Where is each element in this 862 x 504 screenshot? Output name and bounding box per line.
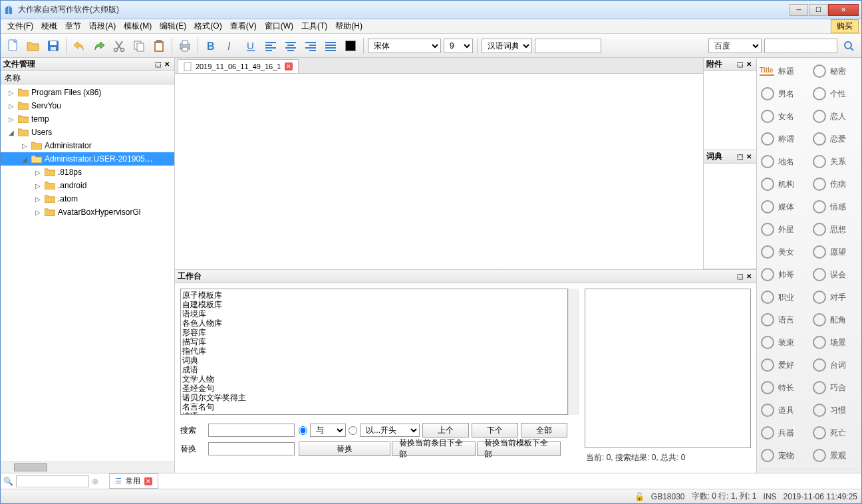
print-button[interactable]: [176, 37, 194, 55]
replace-input[interactable]: [208, 442, 295, 455]
sidebar-item-puzzle[interactable]: 巧合: [810, 377, 861, 398]
panel-close-icon[interactable]: ✕: [744, 152, 754, 162]
replace-template-button[interactable]: 替换当前模板下全部: [477, 441, 561, 456]
close-button[interactable]: ✕: [828, 4, 859, 16]
attach-panel-body[interactable]: [704, 71, 756, 150]
list-item[interactable]: 诺贝尔文学奖得主: [182, 393, 566, 402]
sidebar-item-sword[interactable]: 兵器: [758, 422, 809, 443]
maximize-button[interactable]: ☐: [809, 4, 827, 16]
sidebar-item-palette[interactable]: 个性: [810, 83, 861, 104]
sidebar-item-tag[interactable]: 称谓: [758, 128, 809, 150]
panel-close-icon[interactable]: ✕: [162, 60, 172, 69]
search-icon[interactable]: [840, 37, 857, 55]
sidebar-item-male[interactable]: 男名: [758, 83, 809, 104]
menu-template[interactable]: 模板(M): [120, 19, 156, 33]
tree-row[interactable]: ▷Administrator: [1, 139, 174, 152]
sidebar-item-hand[interactable]: 帅哥: [758, 264, 809, 285]
tree-row[interactable]: ▷.android: [1, 179, 174, 192]
menu-segment[interactable]: 语段(A): [85, 19, 120, 33]
minimize-button[interactable]: ─: [790, 4, 808, 16]
undo-button[interactable]: [71, 37, 88, 55]
menu-view[interactable]: 查看(V): [226, 19, 261, 33]
menu-edit[interactable]: 编辑(E): [156, 19, 190, 33]
sidebar-item-lock[interactable]: 秘密: [810, 61, 861, 82]
sidebar-item-book[interactable]: 台词: [810, 354, 861, 376]
sidebar-item-alien[interactable]: 外星: [758, 219, 809, 240]
align-center-button[interactable]: [282, 37, 299, 55]
list-item[interactable]: 自建模板库: [182, 300, 566, 309]
list-item[interactable]: 圣经金句: [182, 384, 566, 393]
bold-button[interactable]: B: [202, 37, 219, 55]
tab-close-icon[interactable]: ✕: [285, 63, 293, 70]
sidebar-item-org[interactable]: 机构: [758, 174, 809, 195]
startswith-select[interactable]: 以...开头: [360, 424, 420, 437]
sidebar-item-play[interactable]: 媒体: [758, 196, 809, 217]
pin-icon[interactable]: ⬚: [735, 152, 744, 162]
sidebar-item-view[interactable]: 景观: [810, 445, 861, 466]
list-item[interactable]: 描写库: [182, 337, 566, 346]
text-editor[interactable]: [175, 74, 703, 269]
and-radio[interactable]: [299, 426, 307, 435]
sidebar-item-support[interactable]: 配角: [810, 309, 861, 330]
sidebar-item-rival[interactable]: 对手: [810, 287, 861, 308]
and-select[interactable]: 与: [310, 424, 346, 437]
search-input[interactable]: [208, 424, 295, 437]
list-item[interactable]: 形容库: [182, 328, 566, 337]
menu-tools[interactable]: 工具(T): [297, 19, 331, 33]
tree-column-header[interactable]: 名称: [1, 71, 174, 84]
sidebar-item-cross[interactable]: 伤病: [810, 174, 861, 195]
sidebar-item-atom[interactable]: 思想: [810, 219, 861, 240]
new-doc-button[interactable]: [5, 37, 22, 55]
sidebar-item-hobby[interactable]: 爱好: [758, 354, 809, 376]
tree-row[interactable]: ◢Administrator.USER-201905…: [1, 152, 174, 166]
list-item[interactable]: 指代库: [182, 346, 566, 356]
save-button[interactable]: [45, 37, 62, 55]
tree-row[interactable]: ▷.818ps: [1, 166, 174, 179]
replace-button[interactable]: 替换: [299, 441, 390, 456]
list-item[interactable]: 成语: [182, 365, 566, 374]
sidebar-item-pet[interactable]: 宠物: [758, 445, 809, 466]
list-item[interactable]: 谚语: [182, 412, 566, 415]
search-engine-select[interactable]: 百度: [708, 39, 762, 53]
sidebar-item-emotion[interactable]: 情感: [810, 196, 861, 217]
mini-search-input[interactable]: [16, 475, 89, 487]
italic-button[interactable]: I: [222, 37, 239, 55]
cut-button[interactable]: [110, 37, 128, 55]
sidebar-item-cup[interactable]: 习惯: [810, 400, 861, 421]
sidebar-item-lang[interactable]: 语言: [758, 309, 809, 330]
dictionary-select[interactable]: 汉语词典: [482, 39, 532, 53]
panel-close-icon[interactable]: ✕: [744, 60, 754, 69]
font-family-select[interactable]: 宋体: [368, 39, 441, 53]
tree-row[interactable]: ◢Users: [1, 126, 174, 139]
tree-row[interactable]: ▷AvatarBoxHypervisorGl: [1, 205, 174, 219]
paste-button[interactable]: [150, 37, 168, 55]
pin-icon[interactable]: ⬚: [735, 60, 744, 69]
sidebar-item-ring[interactable]: 恋爱: [810, 128, 861, 150]
sidebar-item-miss[interactable]: 误会: [810, 264, 861, 285]
buy-button[interactable]: 购买: [831, 19, 859, 33]
replace-entry-button[interactable]: 替换当前条目下全部: [392, 441, 476, 456]
sidebar-item-cloth[interactable]: 装束: [758, 332, 809, 353]
list-v-scrollbar[interactable]: [568, 289, 579, 415]
list-item[interactable]: 语境库: [182, 309, 566, 318]
open-button[interactable]: [25, 37, 42, 55]
tree-h-scrollbar[interactable]: [1, 461, 174, 473]
pin-icon[interactable]: ⬚: [153, 60, 162, 69]
list-item[interactable]: 原子模板库: [182, 291, 566, 300]
all-button[interactable]: 全部: [521, 423, 567, 438]
tree-row[interactable]: ▷ServYou: [1, 99, 174, 112]
menu-file[interactable]: 文件(F): [3, 19, 37, 33]
sidebar-item-title[interactable]: Title标题: [758, 61, 809, 82]
next-button[interactable]: 下个: [472, 423, 518, 438]
sidebar-item-prop[interactable]: 道具: [758, 400, 809, 421]
underline-button[interactable]: U: [242, 37, 259, 55]
prev-button[interactable]: 上个: [422, 423, 469, 438]
align-justify-button[interactable]: [322, 37, 339, 55]
startswith-radio[interactable]: [349, 426, 357, 435]
list-item[interactable]: 各色人物库: [182, 318, 566, 328]
menu-format[interactable]: 格式(O): [190, 19, 225, 33]
sidebar-item-beauty[interactable]: 美女: [758, 241, 809, 263]
sidebar-item-job[interactable]: 职业: [758, 287, 809, 308]
sidebar-item-heart[interactable]: 恋人: [810, 106, 861, 127]
sidebar-item-female[interactable]: 女名: [758, 106, 809, 127]
